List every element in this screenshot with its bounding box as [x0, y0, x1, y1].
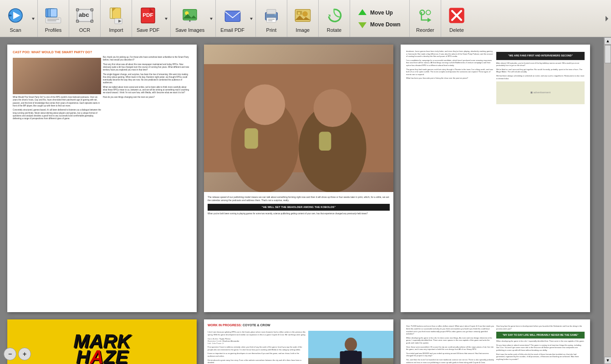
print-label: Print	[266, 27, 277, 33]
email-pdf-button[interactable]: Email PDF	[217, 2, 248, 35]
svg-marker-32	[250, 18, 253, 20]
svg-text:PDF: PDF	[143, 12, 153, 18]
vertical-scrollbar[interactable]: ▲ ▼	[604, 37, 611, 364]
image-button[interactable]: Image	[288, 2, 317, 35]
scan-button[interactable]: Scan	[1, 2, 30, 35]
email-pdf-label: Email PDF	[220, 27, 244, 33]
print-group: Print	[256, 0, 287, 37]
rotate-icon	[323, 5, 345, 26]
zoom-in-button[interactable]: +	[18, 348, 31, 360]
image-group: Image	[287, 0, 319, 37]
save-images-dropdown-arrow[interactable]	[208, 2, 214, 35]
profiles-icon	[42, 5, 64, 26]
email-pdf-split: Email PDF	[217, 2, 255, 35]
save-images-button[interactable]: Save Images	[172, 2, 208, 35]
svg-rect-6	[50, 9, 57, 17]
svg-rect-34	[267, 9, 276, 14]
canvas-area[interactable]: CAST POO: WHAT WOULD THE SMART PARTY DO?…	[0, 37, 604, 364]
zoom-out-button[interactable]: −	[4, 348, 16, 360]
scan-dropdown-arrow[interactable]	[30, 2, 36, 35]
image-icon	[292, 5, 314, 26]
page-thumb-2[interactable]: The release speed of our publishing mode…	[204, 45, 393, 312]
svg-rect-59	[319, 132, 331, 151]
scroll-track[interactable]	[604, 45, 611, 357]
svg-text:abc: abc	[79, 11, 90, 18]
save-pdf-dropdown-arrow[interactable]	[163, 2, 169, 35]
svg-point-38	[275, 14, 276, 15]
svg-rect-35	[267, 18, 276, 22]
main-area: CAST POO: WHAT WOULD THE SMART PARTY DO?…	[0, 37, 611, 364]
delete-group: Delete	[441, 0, 472, 37]
page-thumb-1[interactable]: CAST POO: WHAT WOULD THE SMART PARTY DO?…	[7, 45, 197, 312]
scroll-thumb[interactable]	[605, 45, 611, 63]
page-thumb-3[interactable]: deadzone, home games have been truly bet…	[401, 45, 590, 312]
svg-rect-8	[47, 19, 60, 20]
save-images-group: Save Images	[171, 0, 216, 37]
save-pdf-split: PDF Save PDF	[133, 2, 169, 35]
toolbar-scroll-arrow[interactable]	[604, 3, 610, 35]
save-pdf-icon: PDF	[137, 5, 159, 26]
ocr-icon: abc	[74, 5, 96, 26]
scan-label: Scan	[10, 27, 21, 33]
page-thumb-4[interactable]: MARKHAZE AVAILABLE NOWOR AT THE END	[7, 319, 197, 364]
email-pdf-dropdown-arrow[interactable]	[248, 2, 255, 35]
svg-point-56	[244, 85, 285, 125]
move-down-button[interactable]: Move Down	[355, 19, 405, 30]
reorder-label: Reorder	[416, 27, 434, 33]
svg-point-41	[302, 11, 308, 16]
scan-icon	[5, 5, 26, 26]
import-label: Import	[109, 27, 123, 33]
profiles-button[interactable]: Profiles	[39, 2, 68, 35]
email-pdf-icon	[222, 5, 244, 26]
move-down-icon	[357, 20, 367, 30]
email-pdf-group: Email PDF	[216, 0, 256, 37]
print-button[interactable]: Print	[257, 2, 286, 35]
delete-icon	[446, 5, 468, 26]
import-icon	[105, 5, 127, 26]
svg-marker-45	[358, 9, 367, 15]
move-up-icon	[357, 8, 367, 18]
svg-point-43	[298, 12, 300, 14]
scroll-down-button[interactable]: ▼	[604, 357, 611, 364]
rotate-group: Rotate	[319, 0, 350, 37]
ocr-button[interactable]: abc OCR	[70, 2, 99, 35]
delete-button[interactable]: Delete	[442, 2, 471, 35]
import-button[interactable]: Import	[102, 2, 131, 35]
save-images-split: Save Images	[172, 2, 214, 35]
svg-point-60	[345, 338, 357, 351]
svg-rect-63	[357, 351, 362, 364]
ocr-group: abc OCR	[69, 0, 101, 37]
svg-marker-52	[606, 16, 608, 21]
svg-rect-36	[268, 19, 275, 20]
scroll-up-button[interactable]: ▲	[604, 37, 611, 45]
svg-rect-62	[340, 351, 345, 364]
ocr-label: OCR	[79, 27, 90, 33]
page-thumb-6[interactable]: Over 75,000 backers and more than a mill…	[401, 319, 590, 364]
move-up-button[interactable]: Move Up	[355, 7, 405, 19]
save-pdf-button[interactable]: PDF Save PDF	[133, 2, 163, 35]
delete-label: Delete	[449, 27, 464, 33]
svg-marker-24	[165, 18, 168, 20]
svg-rect-58	[244, 128, 258, 149]
profiles-label: Profiles	[45, 27, 62, 33]
svg-rect-2	[9, 15, 12, 16]
zoom-in-icon: +	[23, 350, 26, 358]
page1-headline: CAST POO: WHAT WOULD THE SMART PARTY DO?	[13, 50, 191, 54]
svg-rect-9	[47, 20, 56, 21]
page-thumb-5[interactable]: WORK IN PROGRESS: COYOTE & CROW I don't …	[204, 319, 393, 364]
move-down-label: Move Down	[370, 21, 401, 28]
save-images-label: Save Images	[175, 27, 204, 33]
profiles-group: Profiles	[38, 0, 69, 37]
save-pdf-group: PDF Save PDF	[132, 0, 171, 37]
svg-rect-31	[225, 11, 240, 21]
rotate-button[interactable]: Rotate	[320, 2, 349, 35]
reorder-button[interactable]: Reorder	[411, 2, 440, 35]
svg-point-26	[185, 11, 188, 15]
page4-title: MARKHAZE	[17, 333, 187, 364]
zoom-controls: − +	[4, 348, 31, 360]
svg-rect-61	[344, 351, 357, 364]
move-up-label: Move Up	[370, 10, 393, 16]
save-images-icon	[179, 5, 201, 26]
save-pdf-label: Save PDF	[137, 27, 159, 33]
rotate-label: Rotate	[327, 27, 341, 33]
